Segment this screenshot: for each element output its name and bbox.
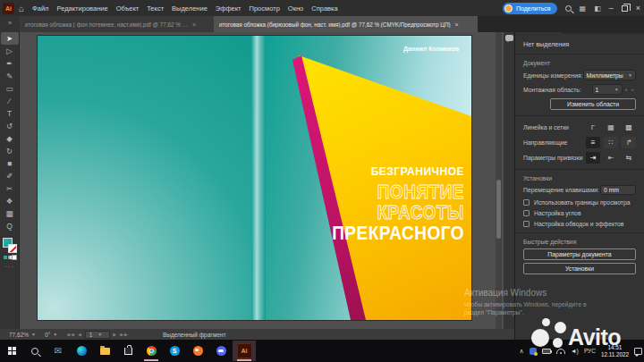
- rotate-view-tool[interactable]: ↻: [1, 145, 19, 157]
- prev-artboard-icon[interactable]: ◀: [78, 332, 82, 337]
- selection-tool[interactable]: ➤: [1, 32, 19, 45]
- eraser-tool[interactable]: ◆: [1, 132, 19, 145]
- transparency-grid-icon[interactable]: ▩: [622, 122, 636, 133]
- menu-view[interactable]: Просмотр: [250, 4, 280, 13]
- hidden-icons-chevron[interactable]: ∧: [520, 348, 524, 355]
- document-tab-label: итоговая обложка (бирюзовый фон, наст. и…: [219, 21, 451, 28]
- hand-tool[interactable]: ❖: [1, 195, 19, 207]
- last-artboard-icon[interactable]: ▶▶: [120, 332, 129, 337]
- document-tab-active[interactable]: итоговая обложка (бирюзовый фон, наст. и…: [214, 16, 478, 32]
- language-indicator[interactable]: РУС: [584, 348, 596, 354]
- fill-stroke-swatches[interactable]: [3, 238, 17, 253]
- discord-icon[interactable]: [209, 341, 233, 361]
- close-button[interactable]: ×: [636, 4, 640, 13]
- first-artboard-icon[interactable]: ◀◀: [66, 332, 75, 337]
- vertical-scrollbar[interactable]: [496, 32, 502, 329]
- type-tool[interactable]: T: [1, 107, 19, 120]
- illustrator-taskbar-icon[interactable]: Ai: [233, 341, 256, 361]
- edit-artboards-button[interactable]: Изменить области: [550, 98, 636, 110]
- artboard-cover-spread[interactable]: Даниил Колмаков БЕЗГРАНИЧНОЕ ПОНЯТИЕ КРА…: [38, 36, 471, 320]
- edge-icon[interactable]: [70, 341, 93, 361]
- mail-icon[interactable]: ✉: [47, 341, 70, 361]
- preferences-button[interactable]: Установки: [523, 263, 636, 274]
- zoom-tool[interactable]: Q: [1, 220, 19, 232]
- restore-button[interactable]: [622, 5, 628, 12]
- smart-guides-icon[interactable]: ↱: [622, 137, 636, 148]
- wifi-icon[interactable]: [556, 349, 565, 354]
- back-cover-teal[interactable]: [38, 36, 251, 320]
- line-segment-tool[interactable]: ∕: [1, 95, 19, 107]
- grid-icon[interactable]: ▦: [604, 122, 618, 133]
- rotate-tool[interactable]: ↺: [1, 120, 19, 132]
- artboard-tool[interactable]: ▦: [1, 207, 19, 220]
- share-label: Поделиться: [516, 5, 551, 12]
- document-setup-button[interactable]: Параметры документа: [523, 248, 636, 260]
- front-cover[interactable]: Даниил Колмаков БЕЗГРАНИЧНОЕ ПОНЯТИЕ КРА…: [266, 36, 471, 320]
- snap-to-point-icon[interactable]: ⇥: [586, 152, 600, 164]
- stroke-color-swatch[interactable]: [8, 244, 17, 253]
- toolbar-more-icon[interactable]: »: [0, 16, 20, 32]
- action-center-icon[interactable]: [634, 348, 642, 355]
- start-button[interactable]: [0, 341, 23, 361]
- microsoft-store-icon[interactable]: [116, 341, 140, 361]
- curvature-tool[interactable]: ✎: [1, 70, 19, 82]
- menu-file[interactable]: Файл: [32, 4, 48, 13]
- next-artboard-icon[interactable]: ▶: [113, 332, 117, 337]
- chrome-icon[interactable]: [140, 341, 163, 361]
- zoom-level-select[interactable]: 77,62%▼: [9, 332, 36, 338]
- menu-help[interactable]: Справка: [311, 4, 337, 13]
- guides-icon[interactable]: ≡: [586, 137, 600, 148]
- menu-object[interactable]: Объект: [116, 4, 140, 13]
- guides-lock-icon[interactable]: ∷: [604, 137, 618, 148]
- artboard-nav-select[interactable]: 1▼: [85, 331, 111, 339]
- gradient-tool[interactable]: ■: [1, 157, 19, 170]
- scissors-tool[interactable]: ✂: [1, 182, 19, 195]
- document-tab-inactive[interactable]: итоговая обложка ( фон потемнее, наст.им…: [20, 16, 214, 32]
- blender-icon[interactable]: [186, 341, 209, 361]
- battery-icon[interactable]: [542, 349, 551, 354]
- direct-selection-tool[interactable]: ▷: [1, 45, 19, 57]
- gradient-button[interactable]: [8, 256, 12, 259]
- keyboard-increment-input[interactable]: 0 mm: [600, 185, 636, 195]
- canvas-area[interactable]: Даниил Колмаков БЕЗГРАНИЧНОЕ ПОНЯТИЕ КРА…: [20, 32, 514, 329]
- rectangle-tool[interactable]: ▭: [1, 82, 19, 95]
- menu-edit[interactable]: Редактирование: [57, 4, 108, 13]
- snap-to-grid-icon[interactable]: ⇤: [604, 152, 618, 164]
- volume-icon[interactable]: ◄): [571, 348, 579, 354]
- menu-type[interactable]: Текст: [147, 4, 164, 13]
- snap-to-pixel-icon[interactable]: ⇆: [622, 152, 636, 164]
- drawing-modes-icon[interactable]: ···: [5, 264, 14, 270]
- pen-tool[interactable]: ✒: [1, 57, 19, 70]
- comments-icon[interactable]: [505, 35, 513, 41]
- artboard-prev-next-icons[interactable]: ◂ ▸: [625, 87, 636, 92]
- units-dropdown[interactable]: Миллиметры▼: [583, 70, 636, 80]
- skype-icon[interactable]: S: [163, 341, 186, 361]
- workspace-switcher-icon[interactable]: ▦: [580, 4, 587, 13]
- book-spine[interactable]: [251, 36, 266, 320]
- color-mode-buttons[interactable]: [4, 256, 16, 259]
- close-tab-icon[interactable]: ×: [455, 21, 459, 28]
- artboard-dropdown[interactable]: 1▼: [592, 84, 623, 95]
- scale-strokes-effects-checkbox[interactable]: [523, 221, 530, 227]
- share-button[interactable]: Поделиться: [503, 3, 557, 14]
- scale-corners-checkbox[interactable]: [523, 210, 530, 216]
- ruler-icon[interactable]: Γ: [586, 122, 600, 133]
- home-icon[interactable]: ⌂: [19, 4, 24, 13]
- minimize-button[interactable]: –: [609, 4, 614, 12]
- clock[interactable]: 14:51 12.11.2022: [601, 344, 629, 358]
- close-tab-icon[interactable]: ×: [192, 21, 196, 28]
- search-icon[interactable]: [565, 5, 572, 12]
- menu-select[interactable]: Выделение: [172, 4, 208, 13]
- taskbar-search-icon[interactable]: [23, 341, 47, 361]
- menu-window[interactable]: Окно: [288, 4, 303, 13]
- rotation-select[interactable]: 0°▼: [45, 332, 57, 338]
- use-preview-bounds-checkbox[interactable]: [523, 199, 530, 206]
- file-explorer-icon[interactable]: [93, 341, 116, 361]
- scrollbar-thumb[interactable]: [496, 180, 501, 239]
- menu-effect[interactable]: Эффект: [216, 4, 242, 13]
- eyedropper-tool[interactable]: ✐: [1, 170, 19, 182]
- arrange-documents-icon[interactable]: ◧: [594, 4, 601, 13]
- tray-app-icon[interactable]: [530, 348, 537, 355]
- color-button[interactable]: [4, 256, 7, 259]
- none-button[interactable]: [13, 256, 16, 259]
